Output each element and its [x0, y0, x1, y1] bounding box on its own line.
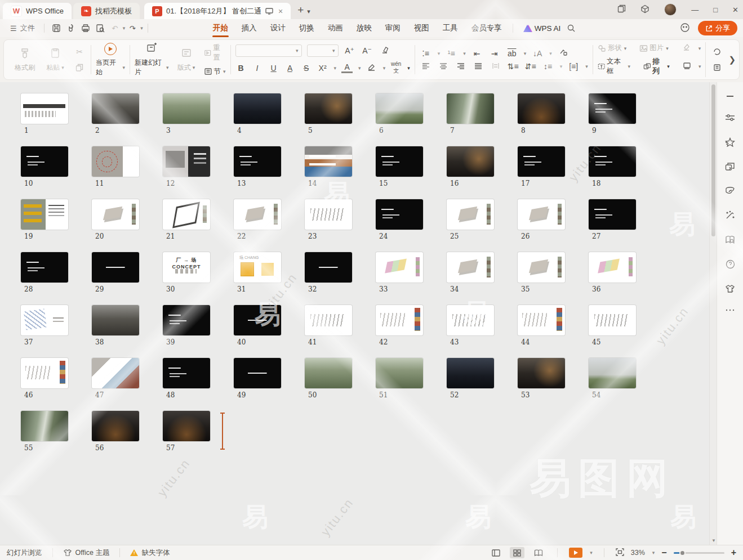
sticker-icon[interactable]	[680, 23, 690, 34]
tab-wps-home[interactable]: W WPS Office	[3, 3, 72, 19]
align-center-icon[interactable]	[437, 62, 450, 71]
maximize-button[interactable]: □	[713, 6, 718, 14]
zoom-chevron-icon[interactable]: ▾	[652, 550, 655, 555]
ribbon-tab-动画[interactable]: 动画	[322, 20, 349, 36]
export-icon[interactable]	[64, 22, 78, 34]
help-icon[interactable]	[726, 259, 735, 269]
increase-font-icon[interactable]: A⁺	[344, 46, 356, 55]
slide-thumbnail-17[interactable]	[518, 146, 565, 177]
save-icon[interactable]	[49, 22, 64, 34]
ribbon-tab-放映[interactable]: 放映	[350, 20, 378, 36]
font-family-select[interactable]: ▾	[235, 44, 302, 57]
slide-thumbnail-22[interactable]	[234, 199, 281, 230]
slide-thumbnail-8[interactable]	[518, 93, 565, 124]
slide-thumbnail-41[interactable]	[305, 305, 352, 335]
superscript-button[interactable]: X²	[317, 64, 328, 73]
pinyin-guide-button[interactable]: wén文	[390, 61, 402, 75]
new-tab-button[interactable]: +	[297, 4, 304, 16]
animation-swap-icon[interactable]	[725, 162, 735, 171]
align-left-icon[interactable]	[420, 62, 432, 71]
bold-button[interactable]: B	[235, 64, 247, 73]
redo-icon[interactable]: ↷	[125, 22, 140, 34]
tab-docer-templates[interactable]: ❧ 找稻壳模板	[73, 3, 140, 19]
slide-thumbnail-34[interactable]	[447, 252, 494, 283]
slide-thumbnail-33[interactable]	[376, 252, 423, 283]
slide-thumbnail-29[interactable]	[92, 252, 139, 283]
print-icon[interactable]	[78, 22, 93, 34]
highlight-color-button[interactable]	[366, 64, 377, 73]
text-direction-icon[interactable]: ↓A	[531, 49, 544, 58]
slide-thumbnail-36[interactable]	[589, 252, 636, 283]
ribbon-tab-设计[interactable]: 设计	[264, 20, 292, 36]
arrange-button[interactable]: 排列▾	[643, 57, 670, 76]
slide-thumbnail-2[interactable]	[92, 93, 139, 124]
numbered-list-icon[interactable]: ¹≡	[445, 49, 457, 58]
decrease-font-icon[interactable]: A⁻	[361, 46, 373, 55]
align-right-icon[interactable]	[455, 62, 467, 71]
slide-thumbnail-52[interactable]	[447, 358, 494, 388]
font-color-button[interactable]: A	[341, 62, 353, 73]
slide-thumbnail-28[interactable]	[21, 252, 68, 283]
print-preview-icon[interactable]	[93, 22, 108, 34]
slide-thumbnail-9[interactable]	[589, 93, 636, 124]
scrollbar-down-arrow-icon[interactable]: ▼	[711, 538, 716, 543]
bullet-list-icon[interactable]: ⁚≡	[420, 49, 432, 58]
skin-theme-icon[interactable]	[725, 284, 735, 293]
strikethrough-button[interactable]: S	[301, 64, 312, 73]
slide-thumbnail-24[interactable]	[376, 199, 423, 230]
slide-thumbnail-14[interactable]	[305, 146, 352, 177]
ribbon-tab-工具[interactable]: 工具	[437, 20, 464, 36]
play-options-chevron-icon[interactable]: ▾	[590, 550, 593, 555]
zoom-level-label[interactable]: 33%	[631, 549, 645, 557]
slide-thumbnail-31[interactable]: 场 CHANG	[234, 252, 281, 283]
minimize-button[interactable]: —	[691, 6, 698, 14]
slideshow-play-button[interactable]	[569, 548, 582, 558]
window-stack-icon[interactable]	[617, 5, 626, 15]
3d-cube-icon[interactable]	[640, 5, 649, 15]
align-objects-icon[interactable]: [≡]	[567, 62, 580, 71]
slide-thumbnail-57[interactable]	[163, 411, 210, 441]
properties-sliders-icon[interactable]	[725, 113, 735, 122]
slide-thumbnail-35[interactable]	[518, 252, 565, 283]
zoom-slider-knob[interactable]	[679, 550, 686, 556]
slide-thumbnail-1[interactable]	[21, 93, 68, 124]
new-slide-button[interactable]: 新建幻灯片▾	[135, 42, 169, 77]
slide-thumbnail-16[interactable]	[447, 146, 494, 177]
slide-thumbnail-3[interactable]	[163, 93, 210, 124]
slide-thumbnail-13[interactable]	[234, 146, 281, 177]
fit-to-window-icon[interactable]	[616, 548, 624, 558]
slide-thumbnail-49[interactable]	[234, 358, 281, 388]
increase-indent-icon[interactable]: ⇥	[488, 49, 501, 58]
zoom-out-button[interactable]: −	[661, 548, 666, 558]
slide-thumbnail-54[interactable]	[589, 358, 636, 388]
slide-thumbnail-55[interactable]	[21, 411, 68, 441]
toolbar-overflow[interactable]: ❯	[705, 42, 736, 77]
ribbon-tab-审阅[interactable]: 审阅	[379, 20, 407, 36]
slide-thumbnail-48[interactable]	[163, 358, 210, 388]
slide-thumbnail-27[interactable]	[589, 199, 636, 230]
wps-ai-button[interactable]: WPS AI	[523, 24, 561, 33]
ribbon-tab-会员专享[interactable]: 会员专享	[465, 20, 508, 36]
slide-thumbnail-20[interactable]	[92, 199, 139, 230]
ribbon-tab-插入[interactable]: 插入	[235, 20, 263, 36]
theme-button[interactable]: Office 主题	[63, 548, 110, 558]
ribbon-tab-开始[interactable]: 开始	[207, 20, 234, 36]
section-button[interactable]: 节▾	[204, 67, 226, 77]
vertical-scrollbar[interactable]: ▼	[709, 82, 717, 545]
slide-thumbnail-50[interactable]	[305, 358, 352, 388]
slide-thumbnail-40[interactable]	[234, 305, 281, 335]
user-avatar[interactable]	[664, 3, 677, 16]
slide-thumbnail-10[interactable]	[21, 146, 68, 177]
collapse-panel-icon[interactable]	[726, 95, 735, 98]
slide-thumbnail-47[interactable]	[92, 358, 139, 388]
font-size-select[interactable]: ▾	[307, 44, 339, 57]
normal-view-button[interactable]	[488, 547, 503, 558]
row-spacing-icon[interactable]: ⇅≡	[507, 62, 519, 71]
scrollbar-thumb[interactable]	[711, 84, 715, 236]
toolbar-expand-chevron-icon[interactable]: ❯	[728, 55, 736, 65]
search-icon[interactable]	[564, 22, 579, 34]
quickbar-chevron-icon[interactable]: ▾	[140, 25, 143, 31]
magic-wand-icon[interactable]	[725, 210, 735, 220]
slide-thumbnail-46[interactable]	[21, 358, 68, 388]
slide-thumbnail-53[interactable]	[518, 358, 565, 388]
